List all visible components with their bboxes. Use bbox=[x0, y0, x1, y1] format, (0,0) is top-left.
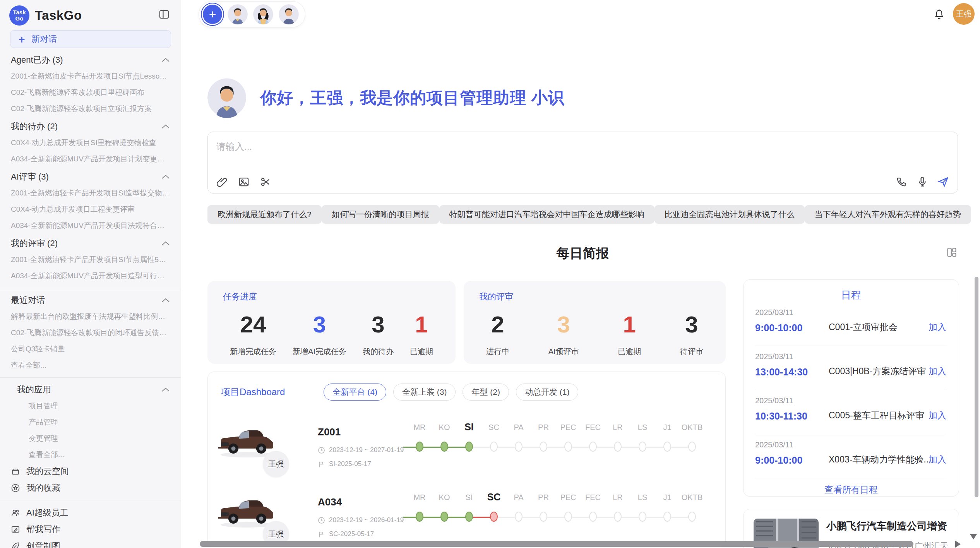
suggestion-chip[interactable]: 如何写一份清晰的项目周报 bbox=[322, 205, 439, 224]
milestone-dot bbox=[564, 512, 572, 522]
chat-input-box[interactable]: 请输入... bbox=[207, 132, 958, 194]
join-meeting-link[interactable]: 加入 bbox=[929, 409, 946, 421]
suggestion-chip[interactable]: 欧洲新规最近颁布了什么? bbox=[207, 205, 322, 224]
dashboard-tab[interactable]: 全新平台 (4) bbox=[324, 384, 386, 401]
milestone-track: MRKOSISCPAPRPECFECLRLSJ1OKTB bbox=[407, 423, 713, 462]
layout-grid-icon[interactable] bbox=[946, 247, 957, 258]
milestone-label: SC bbox=[481, 491, 506, 503]
chevron-up-icon[interactable] bbox=[161, 387, 170, 392]
sidebar-collapse-icon[interactable] bbox=[158, 9, 170, 20]
new-chat-label: 新对话 bbox=[31, 33, 57, 45]
sidebar-item[interactable]: C0X4-动力总成开发项目工程变更评审 bbox=[0, 201, 181, 217]
stat-card: 任务进度24新增完成任务3新增AI完成任务3我的待办1已逾期 bbox=[207, 281, 456, 364]
suggestion-chip[interactable]: 比亚迪全固态电池计划具体说了什么 bbox=[654, 205, 805, 224]
chevron-up-icon[interactable] bbox=[161, 241, 170, 246]
join-meeting-link[interactable]: 加入 bbox=[929, 454, 946, 466]
schedule-card: 日程 2025/03/119:00-10:00C001-立项审批会加入2025/… bbox=[743, 279, 959, 497]
stat-label: 新增完成任务 bbox=[230, 346, 276, 357]
dashboard-tab[interactable]: 动总开发 (1) bbox=[516, 384, 579, 401]
new-chat-button[interactable]: ＋ 新对话 bbox=[10, 30, 171, 48]
add-session-button[interactable]: + bbox=[203, 5, 222, 24]
milestone-label: SI bbox=[457, 493, 481, 502]
milestone-label: PEC bbox=[556, 423, 581, 432]
milestone-dot bbox=[540, 442, 547, 452]
sidebar-item[interactable]: Z001-全新燃油轻卡产品开发项目SI节点属性5D文件评审 bbox=[0, 252, 181, 268]
dashboard-tab[interactable]: 全新上装 (3) bbox=[393, 384, 456, 401]
scroll-down-arrow[interactable] bbox=[970, 534, 977, 539]
favorites-icon bbox=[11, 483, 20, 493]
stat-label: AI预评审 bbox=[548, 346, 579, 357]
sidebar-item-creative-drawing[interactable]: 创意制图 bbox=[0, 538, 181, 548]
briefing-title: 每日简报 bbox=[557, 246, 609, 260]
milestone-label: PR bbox=[531, 423, 556, 432]
join-meeting-link[interactable]: 加入 bbox=[929, 365, 946, 377]
dashboard-header: 项目Dashboard 全新平台 (4)全新上装 (3)年型 (2)动总开发 (… bbox=[208, 372, 725, 401]
logo-line-2: Go bbox=[15, 15, 24, 22]
milestone-label: J1 bbox=[655, 493, 680, 502]
microphone-icon[interactable] bbox=[917, 176, 928, 188]
project-dates: 2023-12-19 ~ 2026-01-19 bbox=[318, 516, 404, 524]
sidebar-item-ai-staff[interactable]: AI超级员工 bbox=[0, 504, 181, 521]
sidebar-divider bbox=[0, 500, 181, 500]
sidebar-item[interactable]: Z001-全新燃油皮卡产品开发项目SI节点Lesson Learn报告 bbox=[0, 68, 181, 84]
stat-item: 1已逾期 bbox=[618, 311, 641, 357]
milestone-dot bbox=[663, 512, 671, 522]
user-avatar[interactable]: 王强 bbox=[953, 3, 975, 25]
scissors-icon[interactable] bbox=[260, 176, 271, 188]
horizontal-scrollbar[interactable] bbox=[200, 541, 913, 547]
app-item[interactable]: 查看全部... bbox=[0, 447, 181, 463]
session-avatar-1[interactable] bbox=[228, 4, 248, 24]
suggestion-chip[interactable]: 特朗普可能对进口汽车增税会对中国车企造成哪些影响 bbox=[439, 205, 654, 224]
vertical-scrollbar[interactable] bbox=[975, 277, 978, 497]
app-root: Task Go TaskGo ＋ 新对话 Agent已办 (3)Z001-全新燃… bbox=[0, 0, 980, 548]
sidebar-item[interactable]: C02-飞腾新能源轻客改款项目立项汇报方案 bbox=[0, 101, 181, 117]
app-item[interactable]: 产品管理 bbox=[0, 414, 181, 430]
session-avatar-2[interactable] bbox=[253, 4, 273, 24]
voice-call-icon[interactable] bbox=[896, 176, 907, 188]
app-logo: Task Go bbox=[9, 5, 29, 26]
image-upload-icon[interactable] bbox=[238, 176, 250, 188]
scroll-right-arrow[interactable] bbox=[955, 541, 961, 548]
recent-chat-item[interactable]: 解释最新出台的欧盟报废车法规再生塑料比例被调至15%... bbox=[0, 308, 181, 325]
suggestion-chip[interactable]: 当下年轻人对汽车外观有怎样的喜好趋势 bbox=[805, 205, 971, 224]
sidebar-item-writing[interactable]: 帮我写作 bbox=[0, 521, 181, 538]
recent-chat-item[interactable]: C02-飞腾新能源轻客改款项目的闭环通告反馈情况 bbox=[0, 325, 181, 341]
chevron-up-icon[interactable] bbox=[161, 298, 170, 303]
sidebar-item[interactable]: A034-全新新能源MUV产品开发项目计划变更表编写 bbox=[0, 151, 181, 167]
chevron-up-icon[interactable] bbox=[161, 57, 170, 63]
recent-chat-item[interactable]: 查看全部... bbox=[0, 357, 181, 373]
chevron-up-icon[interactable] bbox=[161, 174, 170, 180]
notification-bell-icon[interactable] bbox=[934, 9, 944, 20]
stat-value: 1 bbox=[618, 311, 641, 338]
dashboard-tab[interactable]: 年型 (2) bbox=[463, 384, 509, 401]
attachment-icon[interactable] bbox=[216, 176, 228, 188]
milestone-label: J1 bbox=[655, 423, 680, 432]
milestone-track: MRKOSISCPAPRPECFECLRLSJ1OKTB bbox=[407, 493, 713, 532]
app-item[interactable]: 变更管理 bbox=[0, 430, 181, 447]
milestone-dot bbox=[688, 512, 696, 522]
sidebar-item-cloud-space[interactable]: 我的云空间 bbox=[0, 463, 181, 480]
cloud-space-icon bbox=[11, 467, 20, 476]
sidebar-divider bbox=[0, 288, 181, 288]
sidebar-item[interactable]: A034-全新新能源MUV产品开发项目法规符合性评审 bbox=[0, 217, 181, 234]
session-avatar-3[interactable] bbox=[279, 4, 299, 24]
sidebar-item[interactable]: Z001-全新燃油轻卡产品开发项目SI造型提交物评审 bbox=[0, 185, 181, 201]
join-meeting-link[interactable]: 加入 bbox=[929, 321, 946, 333]
sidebar-item[interactable]: A034-全新新能源MUV产品开发项目造型可行性评审 bbox=[0, 268, 181, 284]
sidebar-item-favorites[interactable]: 我的收藏 bbox=[0, 480, 181, 496]
sidebar-group-title: 我的待办 (2) bbox=[11, 121, 58, 132]
news-title: 小鹏飞行汽车制造公司增资 bbox=[826, 519, 947, 533]
flag-icon bbox=[318, 461, 325, 468]
recent-chat-item[interactable]: 公司Q3轻卡销量 bbox=[0, 341, 181, 357]
milestone-label: LS bbox=[630, 493, 655, 502]
app-item[interactable]: 项目管理 bbox=[0, 398, 181, 414]
project-flag-text: SC-2025-05-17 bbox=[329, 530, 374, 538]
sidebar-item[interactable]: C0X4-动力总成开发项目SI里程碑提交物检查 bbox=[0, 135, 181, 151]
view-all-schedule-link[interactable]: 查看所有日程 bbox=[755, 484, 947, 496]
milestone-dot bbox=[440, 442, 448, 452]
sidebar-item[interactable]: C02-飞腾新能源轻客改款项目里程碑画布 bbox=[0, 84, 181, 101]
milestone-label: PA bbox=[506, 493, 531, 502]
chevron-up-icon[interactable] bbox=[161, 124, 170, 129]
milestone-label: PR bbox=[531, 493, 556, 502]
send-icon[interactable] bbox=[937, 176, 949, 188]
